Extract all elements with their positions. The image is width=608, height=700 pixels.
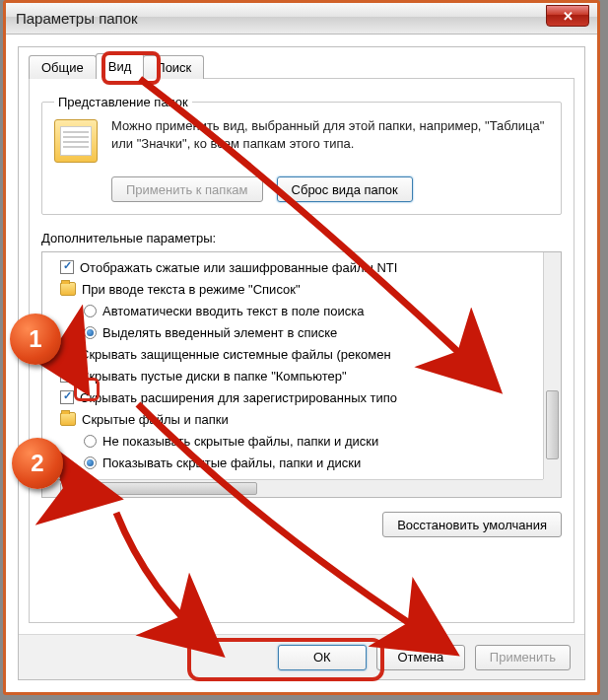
option-typing-select[interactable]: Выделять введенный элемент в списке (48, 321, 537, 343)
restore-defaults-button[interactable]: Восстановить умолчания (382, 512, 562, 537)
horizontal-scrollbar[interactable] (42, 479, 543, 497)
checkbox-icon[interactable] (60, 260, 74, 274)
option-dont-show-hidden[interactable]: Не показывать скрытые файлы, папки и дис… (48, 430, 537, 452)
radio-icon[interactable] (84, 435, 97, 448)
option-label: Автоматически вводить текст в поле поиск… (102, 304, 364, 318)
tab-panel-view: Представление папок Можно применить вид,… (29, 78, 574, 623)
tab-strip: Общие Вид Поиск (29, 55, 574, 79)
apply-to-folders-button[interactable]: Применить к папкам (111, 176, 263, 202)
folder-icon (54, 119, 98, 163)
reset-folders-button[interactable]: Сброс вида папок (277, 176, 413, 202)
dialog-window: Параметры папок ✕ Общие Вид Поиск Предст… (3, 0, 600, 695)
option-hide-extensions[interactable]: Скрывать расширения для зарегистрированн… (48, 386, 537, 408)
option-hide-protected[interactable]: Скрывать защищенные системные файлы (рек… (48, 343, 537, 365)
checkbox-icon[interactable] (60, 390, 74, 404)
group-label: При вводе текста в режиме "Список" (82, 282, 301, 297)
checkbox-icon[interactable] (60, 347, 74, 361)
option-show-compressed[interactable]: Отображать сжатые или зашифрованные файл… (48, 256, 537, 278)
dialog-body: Общие Вид Поиск Представление папок Можн… (18, 46, 585, 680)
group-typing-mode: При вводе текста в режиме "Список" (48, 278, 537, 300)
option-label: Показывать скрытые файлы, папки и диски (102, 455, 361, 470)
tree-viewport: Отображать сжатые или зашифрованные файл… (42, 252, 543, 479)
titlebar: Параметры папок ✕ (6, 3, 597, 35)
advanced-settings-label: Дополнительные параметры: (41, 231, 562, 245)
tab-view[interactable]: Вид (96, 53, 145, 79)
dialog-buttons: ОК Отмена Применить (19, 634, 584, 679)
radio-icon[interactable] (84, 305, 97, 317)
folder-icon (60, 282, 76, 296)
option-show-hidden[interactable]: Показывать скрытые файлы, папки и диски (48, 452, 537, 473)
window-title: Параметры папок (16, 10, 138, 27)
vertical-scrollbar[interactable] (543, 252, 561, 479)
option-hide-empty-drives[interactable]: Скрывать пустые диски в папке "Компьютер… (48, 365, 537, 386)
group-hidden-files: Скрытые файлы и папки (48, 408, 537, 430)
option-label: Выделять введенный элемент в списке (102, 325, 337, 340)
folder-icon (60, 412, 76, 426)
folder-views-description: Можно применить вид, выбранный для этой … (111, 117, 549, 153)
radio-icon[interactable] (84, 456, 97, 469)
folder-views-legend: Представление папок (54, 95, 192, 109)
option-label: Скрывать пустые диски в папке "Компьютер… (80, 369, 347, 384)
close-icon: ✕ (563, 9, 574, 24)
close-button[interactable]: ✕ (546, 5, 589, 27)
cancel-button[interactable]: Отмена (376, 645, 465, 670)
scrollbar-thumb[interactable] (60, 482, 257, 495)
ok-button[interactable]: ОК (278, 645, 367, 670)
checkbox-icon[interactable] (60, 369, 74, 383)
group-label: Скрытые файлы и папки (82, 412, 229, 427)
scrollbar-corner (543, 479, 561, 497)
advanced-settings-tree: Отображать сжатые или зашифрованные файл… (41, 251, 562, 498)
scrollbar-thumb[interactable] (546, 390, 559, 459)
option-typing-auto[interactable]: Автоматически вводить текст в поле поиск… (48, 300, 537, 321)
tab-general[interactable]: Общие (29, 55, 97, 79)
apply-button[interactable]: Применить (475, 645, 571, 670)
tab-search[interactable]: Поиск (143, 55, 204, 79)
option-label: Не показывать скрытые файлы, папки и дис… (102, 434, 378, 449)
folder-views-group: Представление папок Можно применить вид,… (41, 95, 562, 215)
option-label: Скрывать защищенные системные файлы (рек… (80, 347, 391, 362)
option-label: Скрывать расширения для зарегистрированн… (80, 390, 397, 405)
option-label: Отображать сжатые или зашифрованные файл… (80, 260, 397, 275)
radio-icon[interactable] (84, 326, 97, 339)
